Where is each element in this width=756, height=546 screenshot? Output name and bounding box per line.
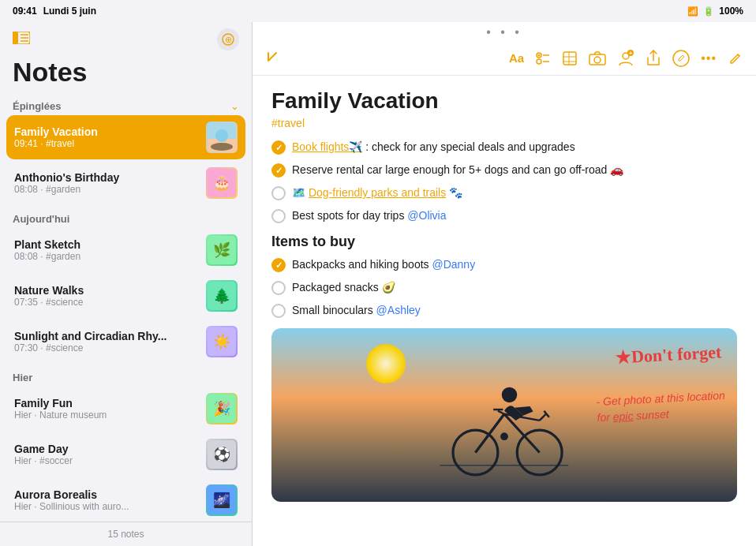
note-title: Plant Sketch <box>14 238 198 251</box>
pencil-circle-icon[interactable] <box>672 50 690 67</box>
dog-friendly-link[interactable]: Dog-friendly parks and trails <box>309 186 446 199</box>
svg-text:🌲: 🌲 <box>213 287 231 305</box>
mention-danny: @Danny <box>432 258 475 271</box>
note-item-nature-walks[interactable]: Nature Walks 07:35 · #science 🌲 <box>6 274 245 318</box>
note-info: Plant Sketch 08:08 · #garden <box>14 238 198 262</box>
note-meta: 07:35 · #science <box>14 297 198 308</box>
note-item-family-fun[interactable]: Family Fun Hier · Nature museum 🎉 <box>6 387 245 431</box>
check-circle-1[interactable] <box>271 140 286 155</box>
note-item-game-day[interactable]: Game Day Hier · #soccer ⚽ <box>6 432 245 477</box>
note-info: Sunlight and Circadian Rhy... 07:30 · #s… <box>14 330 198 353</box>
more-dots-icon[interactable]: ••• <box>701 51 717 65</box>
notes-title: Notes <box>0 54 252 94</box>
check-text-1: Book flights✈️ : check for any special d… <box>292 139 737 155</box>
check-circle-4[interactable] <box>271 209 286 223</box>
note-item-family-vacation[interactable]: Family Vacation 09:41 · #travel <box>6 115 245 159</box>
svg-text:🌌: 🌌 <box>213 492 231 509</box>
note-content-title: Family Vacation <box>271 88 737 114</box>
note-meta: 08:08 · #garden <box>14 184 198 195</box>
check-circle-7[interactable] <box>271 304 286 318</box>
note-image: ★Don't forget - Get photo at this locati… <box>271 328 737 502</box>
note-item-aurora[interactable]: Aurora Borealis Hier · Sollinious with a… <box>6 478 245 522</box>
checklist-item-1: Book flights✈️ : check for any special d… <box>271 139 737 155</box>
svg-text:🎂: 🎂 <box>213 174 231 192</box>
note-title: Family Fun <box>14 397 198 410</box>
note-item-sunlight[interactable]: Sunlight and Circadian Rhy... 07:30 · #s… <box>6 320 245 364</box>
toolbar-right: Aa <box>509 50 743 67</box>
note-hashtag: #travel <box>271 117 737 129</box>
note-content: Family Vacation #travel Book flights✈️ :… <box>253 76 756 546</box>
note-thumb: ☀️ <box>206 326 238 357</box>
note-title: Sunlight and Circadian Rhy... <box>14 330 198 342</box>
notes-count: 15 notes <box>0 522 252 546</box>
check-text-3: 🗺️ Dog-friendly parks and trails 🐾 <box>292 185 737 201</box>
mention-ashley: @Ashley <box>376 304 421 316</box>
svg-text:+: + <box>629 50 633 57</box>
svg-point-10 <box>211 143 233 151</box>
checklist-item-7: Small binoculars @Ashley <box>271 302 737 319</box>
note-item-birthday[interactable]: Anthonio's Birthday 08:08 · #garden 🎂 <box>6 161 245 205</box>
date: Lundi 5 juin <box>43 6 96 17</box>
section-today-label: Aujourd'hui <box>13 213 69 225</box>
check-circle-3[interactable] <box>271 186 286 200</box>
section-pinned-label: Épinglées <box>13 100 61 112</box>
checklist-icon[interactable] <box>535 50 551 66</box>
battery-pct: 100% <box>719 6 743 17</box>
svg-line-49 <box>498 411 504 414</box>
check-circle-5[interactable] <box>271 258 286 272</box>
svg-text:⊕: ⊕ <box>225 35 232 44</box>
section-hier-header: Hier <box>6 365 245 387</box>
svg-point-28 <box>537 59 541 64</box>
svg-text:⚽: ⚽ <box>213 446 231 463</box>
note-item-plant-sketch[interactable]: Plant Sketch 08:08 · #garden 🌿 <box>6 228 245 272</box>
svg-line-45 <box>475 414 504 453</box>
more-button[interactable]: ⊕ <box>217 28 239 50</box>
section-pinned-chevron[interactable]: ⌄ <box>230 100 239 112</box>
table-icon[interactable] <box>562 50 578 66</box>
svg-text:🎉: 🎉 <box>213 400 231 417</box>
font-icon[interactable]: Aa <box>509 51 524 65</box>
back-icon[interactable] <box>265 50 283 67</box>
check-circle-2[interactable] <box>271 163 286 178</box>
section-hier-label: Hier <box>13 372 32 383</box>
note-title: Anthonio's Birthday <box>14 171 198 184</box>
note-thumb: 🌌 <box>206 484 238 516</box>
edit-icon[interactable] <box>728 50 743 66</box>
status-right: 📶 🔋 100% <box>687 6 743 17</box>
note-thumb: 🌿 <box>206 234 238 266</box>
book-flights-link[interactable]: Book flights✈️ <box>292 140 362 153</box>
sidebar-toggle-icon[interactable] <box>13 32 30 48</box>
note-title: Aurora Borealis <box>14 488 198 501</box>
section-today-header: Aujourd'hui <box>6 207 245 228</box>
svg-point-9 <box>215 129 228 142</box>
battery-icon: 🔋 <box>703 6 714 17</box>
items-to-buy-heading: Items to buy <box>271 234 737 250</box>
check-text-5: Backpacks and hiking boots @Danny <box>292 256 737 273</box>
note-info: Family Fun Hier · Nature museum <box>14 397 198 421</box>
right-panel: • • • Aa <box>253 22 756 546</box>
svg-rect-1 <box>13 32 18 44</box>
section-pinned-header: Épinglées ⌄ <box>6 94 245 115</box>
svg-rect-30 <box>563 52 576 65</box>
wifi-icon: 📶 <box>687 6 698 17</box>
status-left: 09:41 Lundi 5 juin <box>13 6 96 17</box>
svg-point-53 <box>502 387 518 403</box>
note-title: Family Vacation <box>14 125 198 138</box>
note-title: Nature Walks <box>14 284 198 297</box>
check-text-7: Small binoculars @Ashley <box>292 302 737 319</box>
note-meta: Hier · Sollinious with auro... <box>14 501 198 512</box>
toolbar-left <box>265 50 283 67</box>
dont-forget-text: ★Don't forget <box>615 342 722 370</box>
check-circle-6[interactable] <box>271 281 286 295</box>
svg-point-26 <box>538 54 541 56</box>
svg-point-39 <box>673 50 689 66</box>
app-container: ⊕ Notes Épinglées ⌄ Family Vacation 09:4… <box>0 22 756 546</box>
note-meta: Hier · #soccer <box>14 455 198 466</box>
checklist-item-4: Best spots for day trips @Olivia <box>271 208 737 224</box>
camera-icon[interactable] <box>589 51 606 65</box>
mention-olivia: @Olivia <box>407 209 446 222</box>
person-icon[interactable]: + <box>617 50 634 67</box>
note-meta: Hier · Nature museum <box>14 410 198 421</box>
left-header: ⊕ <box>0 22 252 54</box>
share-icon[interactable] <box>646 50 661 67</box>
